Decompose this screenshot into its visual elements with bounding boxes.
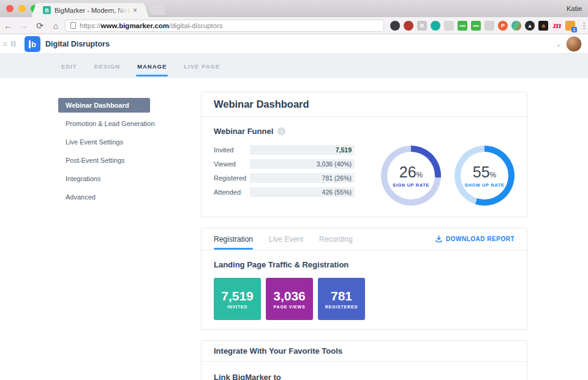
report-panel: Registration Live Event Recording DOWNLO… — [201, 228, 527, 330]
percent-sign: % — [417, 171, 423, 179]
page-title: Webinar Dashboard — [214, 99, 309, 110]
reload-icon[interactable]: ⟳ — [32, 21, 48, 31]
funnel-label: Viewed — [214, 160, 250, 168]
stat-label: REGISTERED — [325, 305, 358, 309]
teal-circle-extension-icon[interactable] — [431, 21, 440, 31]
logo-glyph: b — [31, 40, 36, 49]
browser-window: B BigMarker - Modern, No-Dow × Katie ← →… — [0, 0, 588, 380]
tab-strip: B BigMarker - Modern, No-Dow × Katie — [0, 0, 588, 17]
close-window-icon[interactable] — [6, 5, 13, 12]
stat-cards: 7,519 INVITED 3,036 PAGE VIEWS 781 REGIS… — [214, 278, 514, 320]
stat-card-invited: 7,519 INVITED — [214, 278, 261, 320]
rate-gauges: 26% SIGN UP RATE 55% SHOW UP RATE — [381, 146, 514, 206]
tab-title-fade — [114, 3, 129, 17]
new-crib-extension-icon[interactable]: new — [458, 21, 467, 31]
page-content: Webinar Dashboard Promotion & Lead Gener… — [0, 78, 588, 380]
report-tabs: Registration Live Event Recording DOWNLO… — [202, 228, 527, 250]
manage-sidebar: Webinar Dashboard Promotion & Lead Gener… — [58, 98, 196, 208]
extension-badge: 1 — [571, 27, 577, 32]
bigmarker-favicon-icon: B — [43, 6, 51, 14]
download-report-button[interactable]: DOWNLOAD REPORT — [435, 236, 514, 242]
tab-edit[interactable]: EDIT — [61, 54, 77, 78]
magenta-m-extension-icon[interactable]: m — [552, 21, 562, 31]
url-scheme: https:// — [80, 22, 101, 29]
tab-manage[interactable]: MANAGE — [137, 54, 167, 78]
red-circle-extension-icon[interactable] — [404, 21, 413, 31]
minimize-window-icon[interactable] — [18, 5, 26, 12]
new-tab-button[interactable] — [147, 4, 167, 15]
tab-recording[interactable]: Recording — [319, 228, 353, 250]
landing-traffic-section: Landing Page Traffic & Registration 7,51… — [202, 250, 527, 333]
browser-profile-name[interactable]: Katie — [567, 5, 582, 12]
sidebar-item-advanced[interactable]: Advanced — [58, 190, 196, 204]
landing-traffic-heading: Landing Page Traffic & Registration — [214, 260, 514, 269]
sidebar-item-integrations[interactable]: Integrations — [58, 171, 196, 186]
sidebar-item-post-event-settings[interactable]: Post-Event Settings — [58, 153, 196, 168]
address-bar[interactable]: https://www.bigmarker.com/digital-disrup… — [65, 20, 384, 32]
page-icon — [70, 22, 76, 29]
main-column: Webinar Dashboard Webinar Funnel i Invit… — [201, 92, 527, 380]
tab-design[interactable]: DESIGN — [94, 54, 120, 78]
signup-rate-label: SIGN UP RATE — [393, 182, 429, 188]
funnel-title: Webinar Funnel — [214, 127, 273, 136]
funnel-value: 7,519 — [336, 145, 352, 155]
gray-flag-extension-icon[interactable] — [444, 21, 454, 31]
chrome-menu-icon[interactable]: ⋮ — [580, 21, 588, 30]
integrations-partial-text: Link BigMarker to — [214, 373, 281, 380]
stat-value: 781 — [331, 289, 352, 304]
forward-icon[interactable]: → — [16, 21, 32, 31]
hamburger-icon[interactable]: ≡ — [2, 40, 7, 48]
home-icon[interactable]: ⌂ — [48, 21, 64, 31]
funnel-value: 3,036 (40%) — [317, 159, 352, 169]
stat-card-page-views: 3,036 PAGE VIEWS — [266, 278, 313, 320]
orange-badge-extension-icon[interactable]: 1 — [565, 21, 575, 31]
funnel-label: Registered — [214, 174, 250, 182]
extension-icons: B new new P ▴ a m 1 — [390, 21, 575, 31]
funnel-label: Invited — [214, 146, 250, 154]
back-icon[interactable]: ← — [0, 21, 16, 31]
url-path: /digital-disruptors — [169, 22, 223, 29]
stat-label: INVITED — [227, 305, 247, 309]
tab-close-icon[interactable]: × — [133, 7, 137, 14]
user-avatar[interactable] — [566, 36, 582, 52]
digital-disruptors-logo-icon[interactable]: b — [24, 36, 40, 52]
info-icon[interactable]: i — [277, 127, 285, 135]
amazon-extension-icon[interactable]: a — [538, 21, 548, 31]
tab-registration[interactable]: Registration — [214, 228, 253, 250]
rainbow-extension-icon[interactable] — [511, 21, 521, 31]
integrations-title: Integrate With Your Favorite Tools — [214, 346, 342, 356]
gray-b-extension-icon[interactable]: B — [417, 21, 427, 31]
download-report-label: DOWNLOAD REPORT — [446, 236, 514, 242]
url-host: www.bigmarker.com — [101, 22, 169, 29]
browser-toolbar: ← → ⟳ ⌂ https://www.bigmarker.com/digita… — [0, 17, 588, 34]
orange-p-extension-icon[interactable]: P — [498, 21, 508, 31]
funnel-value: 426 (55%) — [322, 187, 352, 197]
funnel-label: Attended — [214, 188, 250, 196]
browser-tab[interactable]: B BigMarker - Modern, No-Dow × — [38, 3, 142, 17]
sidebar-toggle[interactable]: ≡ B — [2, 39, 17, 48]
penguin-extension-icon[interactable] — [390, 21, 400, 31]
brand-name[interactable]: Digital Disruptors — [45, 40, 110, 48]
tab-live-page[interactable]: LIVE PAGE — [184, 54, 220, 78]
app-header: ≡ B b Digital Disruptors ⌄ — [0, 34, 588, 54]
funnel-value: 781 (26%) — [322, 173, 352, 183]
chevron-down-icon[interactable]: ⌄ — [556, 41, 561, 48]
webinar-dashboard-panel: Webinar Dashboard Webinar Funnel i Invit… — [201, 92, 527, 217]
sidebar-item-live-event-settings[interactable]: Live Event Settings — [58, 135, 196, 149]
download-icon — [435, 236, 442, 242]
tab-live-event[interactable]: Live Event — [269, 228, 303, 250]
stat-card-registered: 781 REGISTERED — [318, 278, 365, 320]
percent-sign: % — [490, 171, 497, 179]
signup-rate-value: 26 — [399, 163, 417, 181]
showup-rate-value: 55 — [473, 163, 490, 181]
integrations-panel: Integrate With Your Favorite Tools Link … — [201, 340, 527, 380]
new-crib-extension-icon-2[interactable]: new — [471, 21, 481, 31]
sidebar-item-webinar-dashboard[interactable]: Webinar Dashboard — [58, 98, 150, 113]
gray-square-extension-icon[interactable] — [484, 21, 494, 31]
sidebar-item-promotion[interactable]: Promotion & Lead Generation — [58, 116, 196, 131]
showup-rate-label: SHOW UP RATE — [465, 182, 505, 188]
dark-circle-extension-icon[interactable]: ▴ — [525, 21, 535, 31]
webinar-subnav: EDIT DESIGN MANAGE LIVE PAGE — [0, 54, 588, 78]
showup-rate-donut: 55% SHOW UP RATE — [454, 146, 514, 206]
logo-bar — [29, 40, 31, 48]
